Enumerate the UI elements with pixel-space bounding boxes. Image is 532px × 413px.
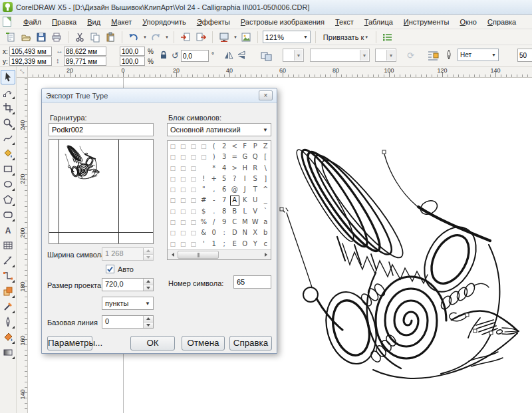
undo-icon[interactable] bbox=[127, 31, 140, 44]
grid-cell[interactable]: U bbox=[250, 195, 261, 206]
grid-cell[interactable]: X bbox=[250, 227, 261, 238]
welcome-screen-icon[interactable] bbox=[239, 31, 253, 44]
grid-cell[interactable]: □ bbox=[178, 141, 189, 152]
grid-cell[interactable]: □ bbox=[168, 141, 178, 152]
grid-cell[interactable]: □ bbox=[178, 195, 189, 206]
grid-cell[interactable]: B bbox=[229, 206, 240, 217]
grid-cell-selected[interactable]: A bbox=[229, 195, 240, 206]
app-launcher-icon[interactable] bbox=[217, 31, 231, 44]
object-height-input[interactable] bbox=[64, 57, 106, 66]
new-document-icon[interactable] bbox=[4, 31, 17, 44]
grid-cell[interactable]: ; bbox=[219, 239, 230, 249]
grid-cell[interactable]: / bbox=[209, 217, 219, 227]
paste-icon[interactable] bbox=[104, 31, 117, 44]
grid-cell[interactable]: L bbox=[240, 206, 251, 217]
rectangle-tool[interactable] bbox=[1, 162, 15, 176]
mirror-vertical-icon[interactable] bbox=[237, 51, 247, 61]
grid-cell[interactable]: H bbox=[240, 163, 251, 174]
grid-cell[interactable]: F bbox=[240, 141, 251, 152]
grid-cell[interactable]: $ bbox=[199, 206, 209, 217]
menu-item-Окно[interactable]: Окно bbox=[454, 16, 482, 28]
menu-item-Растровые изображения[interactable]: Растровые изображения bbox=[235, 16, 330, 28]
zoom-level-combo[interactable]: 121% ▼ bbox=[263, 31, 311, 43]
grid-cell[interactable]: 1 bbox=[209, 239, 219, 249]
cut-icon[interactable] bbox=[73, 31, 86, 44]
scale-pages-icon[interactable] bbox=[261, 51, 273, 63]
crop-tool[interactable] bbox=[1, 100, 15, 115]
grid-cell[interactable]: b bbox=[261, 227, 271, 238]
menu-item-Упорядочить[interactable]: Упорядочить bbox=[137, 16, 191, 28]
corner-size2-combo[interactable]: ▼ bbox=[375, 49, 396, 62]
dimension-tool[interactable] bbox=[1, 253, 15, 268]
design-size-spinner[interactable]: 720,0 bbox=[102, 278, 154, 291]
menu-item-Эффекты[interactable]: Эффекты bbox=[192, 16, 235, 28]
parameters-button[interactable]: Параметры... bbox=[47, 336, 92, 350]
character-grid[interactable]: □□□□(2<FPZ□□□□)3=GQ[□□□*4>HR\□□□!+5?IS]□… bbox=[167, 140, 271, 260]
lock-ratio-icon[interactable] bbox=[160, 51, 168, 61]
smart-fill-tool[interactable] bbox=[1, 146, 15, 161]
grid-cell[interactable]: □ bbox=[178, 239, 189, 249]
menu-item-Вид[interactable]: Вид bbox=[82, 16, 106, 28]
grid-cell[interactable]: □ bbox=[168, 195, 178, 206]
open-icon[interactable] bbox=[19, 31, 33, 44]
object-y-input[interactable] bbox=[9, 57, 52, 66]
grid-cell[interactable]: □ bbox=[188, 239, 199, 249]
scrollbar-thumb[interactable] bbox=[178, 251, 219, 259]
grid-cell[interactable]: @ bbox=[229, 184, 240, 195]
help-button[interactable]: Справка bbox=[229, 336, 272, 350]
menu-item-Файл[interactable]: Файл bbox=[18, 16, 47, 28]
grid-cell[interactable]: □ bbox=[178, 217, 189, 227]
scale-x-input[interactable] bbox=[120, 47, 145, 56]
grid-cell[interactable]: % bbox=[199, 217, 209, 227]
grid-cell[interactable]: < bbox=[229, 141, 240, 152]
table-tool[interactable] bbox=[1, 238, 15, 253]
symbol-number-input[interactable] bbox=[233, 275, 271, 289]
grid-cell[interactable]: - bbox=[209, 195, 219, 206]
outline-pen-tool[interactable] bbox=[1, 315, 15, 329]
edge-input[interactable] bbox=[517, 49, 532, 62]
grid-cell[interactable]: C bbox=[229, 217, 240, 227]
grid-cell[interactable]: ) bbox=[209, 152, 219, 162]
ellipse-tool[interactable] bbox=[1, 177, 15, 192]
cancel-button[interactable]: Отмена bbox=[182, 336, 225, 350]
grid-cell[interactable]: T bbox=[250, 184, 261, 195]
auto-checkbox[interactable] bbox=[106, 265, 114, 273]
grid-cell[interactable]: * bbox=[209, 163, 219, 174]
grid-cell[interactable]: > bbox=[229, 163, 240, 174]
mirror-horizontal-icon[interactable] bbox=[223, 51, 234, 61]
copy-icon[interactable] bbox=[88, 31, 102, 44]
chevron-down-icon[interactable]: ▼ bbox=[165, 35, 169, 39]
zoom-tool[interactable] bbox=[1, 116, 15, 130]
grid-cell[interactable]: P bbox=[250, 141, 261, 152]
grid-cell[interactable]: □ bbox=[168, 184, 178, 195]
grid-cell[interactable]: = bbox=[229, 152, 240, 162]
grid-cell[interactable]: W bbox=[250, 217, 261, 227]
grid-cell[interactable]: D bbox=[229, 227, 240, 238]
grid-cell[interactable]: □ bbox=[178, 174, 189, 184]
grid-cell[interactable]: □ bbox=[199, 141, 209, 152]
grid-cell[interactable]: □ bbox=[168, 163, 178, 174]
wrap-text-icon[interactable] bbox=[427, 50, 439, 62]
grid-cell[interactable]: # bbox=[199, 195, 209, 206]
menu-item-Справка[interactable]: Справка bbox=[482, 16, 521, 28]
grid-cell[interactable]: [ bbox=[261, 152, 271, 162]
grid-cell[interactable]: □ bbox=[168, 239, 178, 249]
grid-cell[interactable]: _ bbox=[261, 195, 271, 206]
freehand-tool[interactable] bbox=[1, 131, 15, 146]
grid-cell[interactable]: ] bbox=[261, 174, 271, 184]
grid-cell[interactable]: ? bbox=[229, 174, 240, 184]
eyedropper-tool[interactable] bbox=[1, 299, 15, 314]
grid-cell[interactable]: 9 bbox=[219, 217, 230, 227]
grid-cell[interactable]: □ bbox=[188, 195, 199, 206]
grid-cell[interactable]: J bbox=[240, 184, 251, 195]
grid-cell[interactable]: □ bbox=[188, 206, 199, 217]
grid-cell[interactable]: M bbox=[240, 217, 251, 227]
menu-item-Таблица[interactable]: Таблица bbox=[359, 16, 398, 28]
grid-cell[interactable]: Y bbox=[250, 239, 261, 249]
close-icon[interactable]: × bbox=[259, 90, 273, 100]
grid-cell[interactable]: c bbox=[261, 239, 271, 249]
grid-cell[interactable]: □ bbox=[188, 227, 199, 238]
chevron-down-icon[interactable]: ▼ bbox=[143, 35, 147, 39]
grid-cell[interactable]: ` bbox=[261, 206, 271, 217]
chevron-down-icon[interactable]: ▼ bbox=[233, 35, 237, 39]
